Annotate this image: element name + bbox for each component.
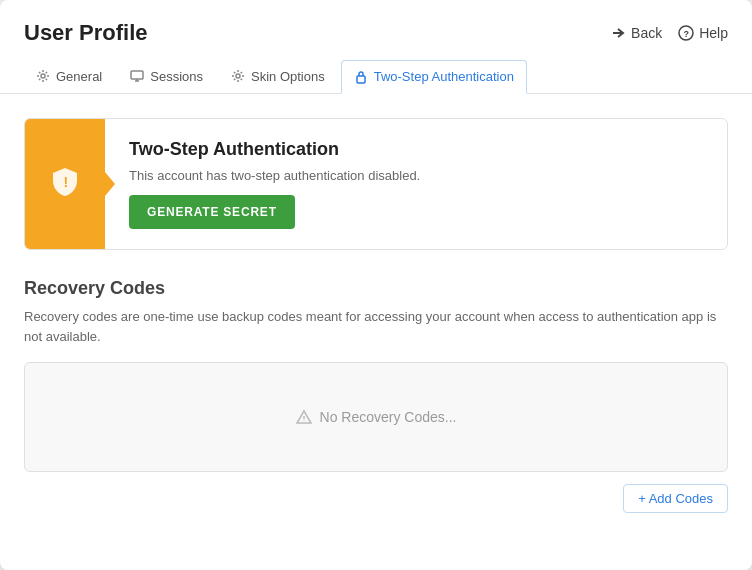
generate-secret-button[interactable]: GENERATE SECRET (129, 195, 295, 229)
tab-sessions[interactable]: Sessions (118, 60, 215, 94)
help-button[interactable]: ? Help (678, 25, 728, 41)
gear-icon (36, 69, 50, 83)
tab-general-label: General (56, 69, 102, 84)
auth-card-icon-area: ! (25, 119, 105, 249)
svg-text:?: ? (684, 29, 690, 39)
auth-card-title: Two-Step Authentication (129, 139, 420, 160)
back-icon (610, 25, 626, 41)
tab-bar: General Sessions Skin Options (24, 60, 728, 93)
recovery-codes-description: Recovery codes are one-time use backup c… (24, 307, 728, 346)
recovery-codes-title: Recovery Codes (24, 278, 728, 299)
header-actions: Back ? Help (610, 25, 728, 41)
back-button[interactable]: Back (610, 25, 662, 41)
add-codes-button[interactable]: + Add Codes (623, 484, 728, 513)
svg-rect-3 (131, 71, 143, 79)
recovery-section: Recovery Codes Recovery codes are one-ti… (24, 278, 728, 513)
svg-point-2 (41, 74, 45, 78)
recovery-codes-box: No Recovery Codes... (24, 362, 728, 472)
monitor-icon (130, 69, 144, 83)
shield-exclamation-icon: ! (49, 165, 81, 204)
header: User Profile Back ? Help (0, 0, 752, 94)
tab-skin-options-label: Skin Options (251, 69, 325, 84)
add-codes-row: + Add Codes (24, 484, 728, 513)
help-icon: ? (678, 25, 694, 41)
auth-card: ! Two-Step Authentication This account h… (24, 118, 728, 250)
svg-point-4 (236, 74, 240, 78)
tab-two-step-label: Two-Step Authentication (374, 69, 514, 84)
svg-rect-5 (357, 76, 365, 83)
tab-general[interactable]: General (24, 60, 114, 94)
skin-gear-icon (231, 69, 245, 83)
lock-icon (354, 70, 368, 84)
warning-triangle-icon (296, 409, 312, 425)
tab-skin-options[interactable]: Skin Options (219, 60, 337, 94)
tab-sessions-label: Sessions (150, 69, 203, 84)
page-title: User Profile (24, 20, 148, 46)
tab-two-step[interactable]: Two-Step Authentication (341, 60, 527, 94)
auth-card-body: Two-Step Authentication This account has… (105, 119, 444, 249)
no-codes-label: No Recovery Codes... (320, 409, 457, 425)
window: User Profile Back ? Help (0, 0, 752, 570)
main-content: ! Two-Step Authentication This account h… (0, 94, 752, 537)
svg-text:!: ! (64, 174, 69, 190)
auth-card-description: This account has two-step authentication… (129, 168, 420, 183)
no-codes-message: No Recovery Codes... (296, 409, 457, 425)
